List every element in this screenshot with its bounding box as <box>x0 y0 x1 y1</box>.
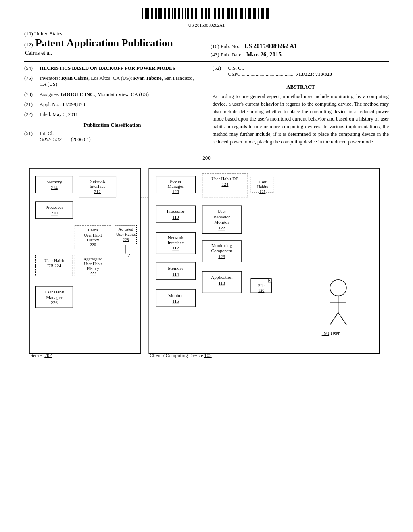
app-118-num: 118 <box>219 281 225 285</box>
field-21-value: 13/099,873 <box>62 102 85 107</box>
pub-date-line: (43) Pub. Date: Mar. 26, 2015 <box>211 51 389 58</box>
auhi-222-num: 222 <box>90 271 96 275</box>
field-75-num: (75) <box>24 75 40 87</box>
ni-112-label2: Interface <box>168 240 184 245</box>
auh-228-label2: User Habits <box>116 232 136 237</box>
server-label: Server 202 <box>30 353 52 358</box>
svg-rect-3 <box>36 202 73 219</box>
field-52-num: (52) <box>213 65 228 77</box>
uhdb-224-label1: User Habit <box>44 258 65 263</box>
mc-123-label2: Component <box>211 248 233 253</box>
mem-114-num: 114 <box>172 272 179 276</box>
pub-class-header: Publication Classification <box>24 122 200 128</box>
user-190-label: 190 User <box>322 330 340 336</box>
pm-126-num: 126 <box>172 189 179 194</box>
field-22-num: (22) <box>24 112 40 118</box>
uhdb-124-label1: User Habit DB <box>211 176 238 181</box>
field-75-content: Inventors: Ryan Cairns, Los Altos, CA (U… <box>40 75 200 87</box>
right-column: (52) U.S. Cl. USPC .....................… <box>213 65 389 147</box>
field-73-value: GOOGLE INC., Mountain View, CA (US) <box>60 91 148 97</box>
barcode-section <box>24 8 389 21</box>
proc-110-num: 110 <box>172 215 179 220</box>
uhm-226-num: 226 <box>51 300 58 305</box>
field-52-org: USPC <box>228 71 240 77</box>
abstract-section: ABSTRACT According to one general aspect… <box>213 84 389 145</box>
svg-rect-16 <box>156 262 196 280</box>
svg-rect-1 <box>36 176 73 193</box>
memory-214-label: Memory <box>46 179 62 184</box>
pub-number-line: (10) Pub. No.: US 2015/0089262 A1 <box>211 43 389 50</box>
abstract-title: ABSTRACT <box>213 84 389 90</box>
auh-228-num: 228 <box>123 237 129 242</box>
header-divider <box>24 61 389 62</box>
uhh-220-label1: User's <box>88 228 98 232</box>
file-120-num: 120 <box>258 288 264 293</box>
uhm-226-label2: Manager <box>46 295 63 300</box>
patent-title-main: Patent Application Publication <box>35 37 173 49</box>
diagram-ref-label: 200 <box>24 155 389 161</box>
field-22: (22) Filed: May 3, 2011 <box>24 112 200 118</box>
proc-210-label: Processor <box>46 205 63 210</box>
mon-116-num: 116 <box>172 299 179 303</box>
arrow-z-label: Z <box>127 253 130 258</box>
uhh-220-label3: History <box>87 238 99 242</box>
field-51-detail: G06F 1/32 (2006.01) <box>40 137 200 143</box>
pub-num-value: US 2015/0089262 A1 <box>244 43 297 49</box>
field-54-content: HEURISTICS BASED ON BACKOFF FOR POWER MO… <box>40 65 200 71</box>
app-118-label1: Application <box>211 275 232 280</box>
ubm-122-label2: Behavior <box>213 214 230 219</box>
field-73-num: (73) <box>24 91 40 98</box>
field-54-num: (54) <box>24 65 40 71</box>
country-label: (19) United States <box>24 31 202 37</box>
uh-125-num: 125 <box>259 189 265 194</box>
field-22-value: May 3, 2011 <box>52 112 78 117</box>
field-54-label: HEURISTICS BASED ON BACKOFF FOR POWER MO… <box>40 65 175 71</box>
user-figure-leg-left <box>330 312 338 325</box>
field-51: (51) Int. Cl. G06F 1/32 (2006.01) <box>24 131 200 143</box>
field-22-content: Filed: May 3, 2011 <box>40 112 200 118</box>
user-figure-head <box>330 280 346 296</box>
field-51-class: G06F 1/32 <box>40 137 62 142</box>
field-22-title: Filed: <box>40 112 52 117</box>
uhh-220-num: 220 <box>90 243 96 247</box>
field-73-content: Assignee: GOOGLE INC., Mountain View, CA… <box>40 91 200 98</box>
abstract-text: According to one general aspect, a metho… <box>213 93 389 145</box>
field-52-content: U.S. Cl. USPC ..........................… <box>228 65 389 77</box>
barcode-patent-number: US 20150089262A1 <box>24 23 389 27</box>
auh-228-label1: Adjusted <box>119 227 133 231</box>
patent-header: (19) United States (12) Patent Applicati… <box>24 31 389 58</box>
net-iface-212-label1: Network <box>90 179 106 183</box>
ni-112-num: 112 <box>172 245 179 250</box>
field-52-title: U.S. Cl. <box>228 65 389 71</box>
field-75-value: Ryan Cairns, Los Altos, CA (US); Ryan Ta… <box>40 75 194 87</box>
ubm-122-label3: Monitor <box>214 220 229 224</box>
memory-214-num: 214 <box>51 185 58 190</box>
field-21-title: Appl. No.: <box>40 102 62 107</box>
right-header: (10) Pub. No.: US 2015/0089262 A1 (43) P… <box>202 31 389 58</box>
net-iface-212-label2: Interface <box>90 184 106 189</box>
field-52-dots: ........................................… <box>242 71 296 77</box>
figure-container: 200 Server 202 Memory 214 Network Interf… <box>24 155 389 368</box>
field-21-content: Appl. No.: 13/099,873 <box>40 102 200 108</box>
assignee-header-line: Cairns et al. <box>25 50 202 56</box>
field-51-content: Int. Cl. G06F 1/32 (2006.01) <box>40 131 200 143</box>
uhm-226-label1: User Habit <box>44 289 65 294</box>
left-header: (19) United States (12) Patent Applicati… <box>24 31 202 56</box>
auhi-222-label1: Aggregated <box>83 257 103 261</box>
pub-date-value: Mar. 26, 2015 <box>246 51 282 58</box>
uh-125-label2: Habits <box>257 185 268 189</box>
net-iface-212-num: 212 <box>94 189 101 194</box>
proc-110-label: Processor <box>167 209 185 214</box>
system-diagram: Server 202 Memory 214 Network Interface … <box>24 164 389 366</box>
auhi-222-label2: User Habit <box>84 262 102 266</box>
field-51-num: (51) <box>24 131 40 143</box>
field-52-detail: USPC ...................................… <box>228 71 389 77</box>
uh-125-label1: User <box>259 180 267 184</box>
mc-123-num: 123 <box>218 254 225 259</box>
barcode-image <box>142 8 271 19</box>
field-75-title: Inventors: <box>40 75 61 81</box>
ubm-122-label1: User <box>217 209 226 214</box>
body-columns: (54) HEURISTICS BASED ON BACKOFF FOR POW… <box>24 65 389 147</box>
svg-rect-17 <box>156 289 196 307</box>
field-21: (21) Appl. No.: 13/099,873 <box>24 102 200 108</box>
